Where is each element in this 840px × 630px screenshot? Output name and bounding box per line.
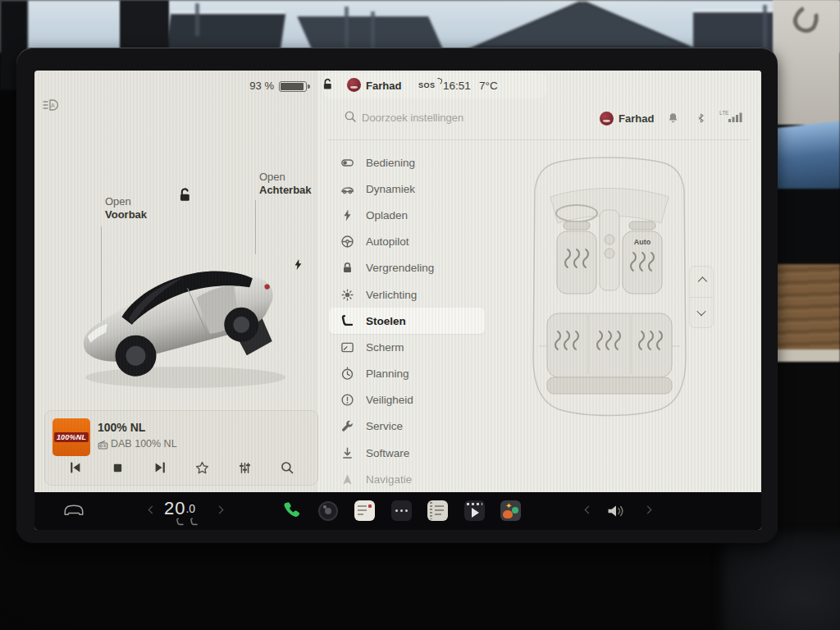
battery-icon: [279, 81, 307, 92]
media-player-card: 100%NL 100% NL DAB 100% NL: [44, 410, 318, 486]
temp-increase-chevron[interactable]: [217, 507, 222, 513]
dashboard-reflection: [773, 121, 840, 199]
door-pillar: [773, 0, 840, 125]
theater-app-icon[interactable]: [464, 500, 485, 521]
seat-heater-indicators: [172, 518, 202, 527]
equalizer-button[interactable]: [235, 459, 253, 477]
settings-item-vergrendeling[interactable]: Vergrendeling: [329, 255, 485, 281]
console-shadow: [722, 533, 840, 630]
calendar-app-icon[interactable]: [354, 500, 375, 521]
settings-item-service[interactable]: Service: [329, 413, 485, 440]
seat-page-scroll: [689, 266, 714, 328]
touchscreen-display: 93 % Farhad SOS 16:51 7°C A Open Voorbak…: [34, 71, 761, 530]
passenger-seat-auto-label: Auto: [634, 238, 651, 246]
search-divider: [327, 139, 750, 140]
next-track-button[interactable]: [151, 459, 169, 477]
photo-of-tesla-cabin: 93 % Farhad SOS 16:51 7°C A Open Voorbak…: [0, 0, 840, 630]
seat-heating-map: Auto: [527, 153, 692, 423]
profile-avatar[interactable]: [347, 78, 361, 92]
wrench-icon: [340, 419, 354, 433]
search-icon: [344, 110, 357, 126]
clock: 16:51: [443, 80, 471, 92]
notifications-bell-icon[interactable]: [667, 112, 679, 128]
settings-item-veiligheid[interactable]: Veiligheid: [329, 387, 485, 413]
settings-search-input[interactable]: [362, 107, 608, 128]
settings-item-stoelen[interactable]: Stoelen: [329, 308, 485, 334]
settings-item-scherm[interactable]: Scherm: [329, 334, 485, 360]
steering-wheel-icon: [340, 235, 354, 249]
media-search-button[interactable]: [278, 459, 296, 477]
scroll-up-button[interactable]: [690, 267, 713, 297]
car-icon: [340, 182, 354, 196]
sos-signal-label: SOS: [418, 81, 436, 89]
favorite-star-button[interactable]: [194, 459, 212, 477]
seat-icon: [340, 314, 354, 328]
vehicle-render: [71, 231, 294, 395]
download-icon: [340, 446, 354, 460]
manual-app-icon[interactable]: [427, 500, 448, 521]
tree: [195, 3, 199, 36]
chevron-down-icon: [696, 307, 705, 316]
coat-hook: [789, 1, 823, 36]
tree: [371, 11, 375, 52]
bottom-dock: 20.0: [34, 492, 761, 530]
media-subtitle: DAB 100% NL: [111, 438, 177, 450]
media-title[interactable]: 100% NL: [98, 421, 145, 434]
previous-track-button[interactable]: [66, 459, 84, 477]
chevron-up-icon: [698, 277, 707, 286]
dashboard-shadow: [773, 189, 840, 264]
lock-icon: [340, 261, 354, 275]
lte-signal-icon: LTE: [718, 108, 742, 128]
open-trunk-label[interactable]: Open Achterbak: [259, 171, 312, 197]
open-frunk-label[interactable]: Open Voorbak: [105, 195, 147, 221]
car-unlocked-icon[interactable]: [176, 187, 194, 207]
temp-decrease-chevron[interactable]: [149, 507, 155, 513]
vehicle-controls-icon[interactable]: [62, 503, 85, 518]
settings-menu: Bediening Dynamiek Opladen Autopilot Ver…: [329, 149, 485, 492]
clock-icon: [340, 367, 354, 381]
settings-item-navigatie[interactable]: Navigatie: [329, 466, 485, 492]
alert-icon: [340, 393, 354, 407]
auto-headlight-icon: A: [41, 98, 61, 116]
dashcam-icon[interactable]: [318, 501, 338, 521]
tesla-touchscreen: 93 % Farhad SOS 16:51 7°C A Open Voorbak…: [16, 48, 778, 543]
settings-item-planning[interactable]: Planning: [329, 361, 485, 387]
volume-down-chevron[interactable]: [586, 507, 591, 513]
more-apps-icon[interactable]: [391, 500, 412, 521]
stop-button[interactable]: [109, 459, 127, 477]
settings-item-verlichting[interactable]: Verlichting: [329, 281, 485, 308]
wood-dash-trim: [773, 264, 840, 349]
volume-up-chevron[interactable]: [645, 507, 651, 513]
building-roof-snow: [480, 0, 685, 46]
tree: [345, 7, 349, 52]
settings-profile-avatar[interactable]: [600, 112, 614, 126]
outside-temperature: 7°C: [479, 80, 498, 92]
brightness-icon: [340, 288, 354, 302]
settings-item-dynamiek[interactable]: Dynamiek: [329, 176, 485, 202]
profile-name[interactable]: Farhad: [366, 80, 401, 92]
battery-percent-label: 93 %: [240, 80, 274, 92]
seat-heater-icon: [189, 518, 199, 527]
volume-speaker-icon[interactable]: [605, 503, 627, 519]
album-art-label: 100%NL: [54, 432, 89, 442]
unlocked-icon[interactable]: [320, 77, 335, 95]
window-frame-pillar: [120, 0, 169, 52]
toggle-icon: [340, 156, 354, 170]
settings-item-bediening[interactable]: Bediening: [329, 149, 485, 176]
charge-port-bolt-icon[interactable]: [292, 258, 304, 275]
settings-profile-name[interactable]: Farhad: [619, 112, 654, 125]
phone-icon[interactable]: [281, 500, 301, 520]
arcade-app-icon[interactable]: ✦: [500, 500, 521, 521]
building: [165, 11, 285, 52]
bolt-icon: [340, 208, 354, 222]
lte-label: LTE: [719, 110, 729, 116]
cabin-temperature[interactable]: 20.0: [164, 498, 195, 519]
navigation-icon: [340, 472, 354, 486]
settings-item-software[interactable]: Software: [329, 440, 485, 466]
settings-item-opladen[interactable]: Opladen: [329, 202, 485, 228]
settings-item-autopilot[interactable]: Autopilot: [329, 229, 485, 255]
media-controls: [45, 455, 317, 480]
scroll-down-button[interactable]: [690, 297, 713, 328]
album-art[interactable]: 100%NL: [52, 418, 90, 456]
bluetooth-icon[interactable]: [696, 112, 706, 128]
